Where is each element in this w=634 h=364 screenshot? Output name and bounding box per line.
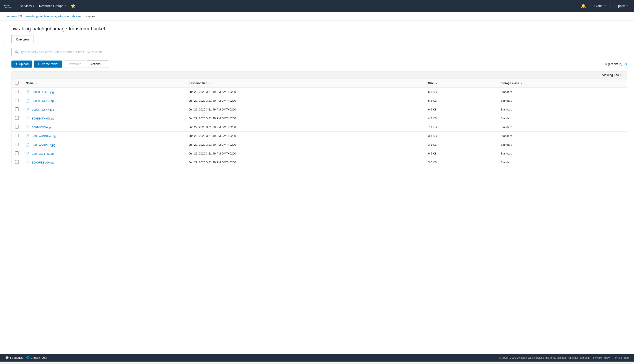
row-size-cell: 3.1 KB xyxy=(425,132,497,140)
row-checkbox-cell xyxy=(12,123,22,132)
col-size-header[interactable]: Size ▼ xyxy=(425,79,497,88)
table-row: 📄 B00FSLV1TU.jpg Jun 22, 2020 3:21:49 PM… xyxy=(12,149,627,158)
privacy-policy-link[interactable]: Privacy Policy xyxy=(593,356,610,360)
row-checkbox-8[interactable] xyxy=(15,160,19,164)
global-label: Global xyxy=(594,4,603,8)
file-link-1[interactable]: B000KTC6X0.jpg xyxy=(32,99,54,102)
resource-groups-chevron-icon: ▼ xyxy=(64,5,66,7)
resource-groups-menu-button[interactable]: Resource Groups ▼ xyxy=(37,3,69,9)
row-checkbox-7[interactable] xyxy=(15,152,19,155)
search-bar: 🔍 xyxy=(12,48,627,56)
row-modified-cell: Jun 22, 2020 3:21:49 PM GMT+0200 xyxy=(185,88,424,96)
storage-sort-icon: ▼ xyxy=(521,82,523,84)
row-storage-cell: Standard xyxy=(497,88,627,96)
row-size-cell: 5.8 KB xyxy=(425,88,497,96)
feedback-label: Feedback xyxy=(10,356,23,360)
breadcrumb: Amazon S3 › aws-blog-batch-job-image-tra… xyxy=(0,12,634,21)
row-storage-cell: Standard xyxy=(497,114,627,123)
file-link-8[interactable]: B00GFEEV0A.jpg xyxy=(32,161,54,164)
row-checkbox-1[interactable] xyxy=(15,98,19,102)
footer: 💬 Feedback 🌐 English (US) © 2008 - 2020,… xyxy=(0,354,634,362)
file-icon: 📄 xyxy=(26,152,30,155)
file-icon: 📄 xyxy=(26,108,30,111)
terms-of-use-link[interactable]: Terms of Use xyxy=(613,356,629,360)
modified-sort-icon: ▼ xyxy=(209,82,211,84)
footer-links: Privacy Policy Terms of Use xyxy=(593,356,629,360)
copyright-text: © 2008 - 2020, Amazon Web Services, Inc.… xyxy=(499,356,590,360)
create-folder-label: Create folder xyxy=(41,62,58,66)
global-region-button[interactable]: Global ▼ xyxy=(592,3,608,9)
breadcrumb-bucket-link[interactable]: aws-blog-batch-job-image-transform-bucke… xyxy=(26,14,82,18)
file-icon: 📄 xyxy=(26,90,30,94)
file-link-3[interactable]: B001B4THHG.jpg xyxy=(32,117,54,120)
col-storage-header[interactable]: Storage class ▼ xyxy=(497,79,627,88)
files-table: Name ▼ Last modified ▼ Size ▼ Storage cl… xyxy=(12,78,627,167)
row-modified-cell: Jun 22, 2020 3:21:49 PM GMT+0200 xyxy=(185,114,424,123)
aws-logo[interactable]: aws xyxy=(4,3,12,9)
favorites-icon[interactable]: ⭐ xyxy=(68,2,78,10)
file-link-0[interactable]: B000KT6OK6.jpg xyxy=(32,90,54,94)
file-icon: 📄 xyxy=(26,99,30,102)
upload-button[interactable]: ⬆ Upload xyxy=(12,60,32,68)
col-name-header[interactable]: Name ▼ xyxy=(22,79,185,88)
table-row: 📄 B000KT6OK6.jpg Jun 22, 2020 3:21:49 PM… xyxy=(12,88,627,96)
row-checkbox-cell xyxy=(12,132,22,140)
row-name-cell: 📄 B000KT6OK6.jpg xyxy=(22,88,185,96)
language-selector[interactable]: 🌐 English (US) xyxy=(26,356,47,360)
col-modified-header[interactable]: Last modified ▼ xyxy=(185,79,424,88)
row-modified-cell: Jun 22, 2020 3:21:49 PM GMT+0200 xyxy=(185,96,424,105)
row-checkbox-2[interactable] xyxy=(15,108,19,111)
global-chevron-icon: ▼ xyxy=(604,5,606,7)
refresh-icon[interactable]: ↻ xyxy=(624,62,627,66)
viewing-count: Viewing 1 to 15 xyxy=(602,73,623,77)
row-storage-cell: Standard xyxy=(497,105,627,114)
row-checkbox-cell xyxy=(12,105,22,114)
select-all-checkbox[interactable] xyxy=(15,81,19,84)
file-icon: 📄 xyxy=(26,117,30,120)
row-name-cell: 📄 B00EW6NP1O.jpg xyxy=(22,140,185,149)
table-row: 📄 B00EW6NNHA.jpg Jun 22, 2020 3:21:49 PM… xyxy=(12,132,627,140)
actions-dropdown-button[interactable]: Actions ▼ xyxy=(87,60,108,68)
row-checkbox-0[interactable] xyxy=(15,90,19,93)
notifications-bell-icon[interactable]: 🔔 xyxy=(578,2,588,10)
breadcrumb-s3-link[interactable]: Amazon S3 xyxy=(7,14,22,18)
file-link-7[interactable]: B00FSLV1TU.jpg xyxy=(32,152,54,155)
create-folder-button[interactable]: + Create folder xyxy=(34,60,62,68)
nav-divider xyxy=(590,3,590,8)
row-checkbox-6[interactable] xyxy=(15,142,19,146)
file-link-6[interactable]: B00EW6NP1O.jpg xyxy=(32,143,56,146)
download-button[interactable]: Download xyxy=(64,60,85,68)
feedback-button[interactable]: 💬 Feedback xyxy=(5,356,23,360)
search-input[interactable] xyxy=(20,50,624,54)
services-chevron-icon: ▼ xyxy=(32,5,35,7)
table-row: 📄 B00GFEEV0A.jpg Jun 22, 2020 3:21:49 PM… xyxy=(12,158,627,167)
sidebar-collapse-button[interactable]: › xyxy=(0,34,4,41)
resource-groups-label: Resource Groups xyxy=(39,4,64,8)
support-menu-button[interactable]: Support ▼ xyxy=(612,3,630,9)
row-checkbox-4[interactable] xyxy=(15,125,19,128)
row-size-cell: 7.1 KB xyxy=(425,123,497,132)
file-link-2[interactable]: B000KTC6XK.jpg xyxy=(32,108,54,111)
services-menu-button[interactable]: Services ▼ xyxy=(18,3,37,9)
row-checkbox-5[interactable] xyxy=(15,134,19,137)
file-link-5[interactable]: B00EW6NNHA.jpg xyxy=(32,134,56,138)
tab-overview[interactable]: Overview xyxy=(12,35,34,43)
row-checkbox-cell xyxy=(12,158,22,167)
table-row: 📄 B001B4THHG.jpg Jun 22, 2020 3:21:49 PM… xyxy=(12,114,627,123)
row-name-cell: 📄 B00EW6NNHA.jpg xyxy=(22,132,185,140)
upload-icon: ⬆ xyxy=(15,62,18,66)
breadcrumb-sep-1: › xyxy=(24,15,24,18)
row-name-cell: 📄 B00GFEEV0A.jpg xyxy=(22,158,185,167)
main-content: aws-blog-batch-job-image-transform-bucke… xyxy=(4,21,634,354)
row-storage-cell: Standard xyxy=(497,149,627,158)
col-modified-label: Last modified xyxy=(189,82,207,85)
row-checkbox-3[interactable] xyxy=(15,116,19,120)
row-storage-cell: Standard xyxy=(497,158,627,167)
create-folder-icon: + xyxy=(38,62,39,66)
row-modified-cell: Jun 22, 2020 3:21:49 PM GMT+0200 xyxy=(185,132,424,140)
row-name-cell: 📄 B001IVXIOA.jpg xyxy=(22,123,185,132)
file-link-4[interactable]: B001IVXIOA.jpg xyxy=(32,126,52,129)
row-size-cell: 3.1 KB xyxy=(425,140,497,149)
download-label: Download xyxy=(68,62,81,66)
sidebar-toggle[interactable]: › xyxy=(0,21,4,354)
